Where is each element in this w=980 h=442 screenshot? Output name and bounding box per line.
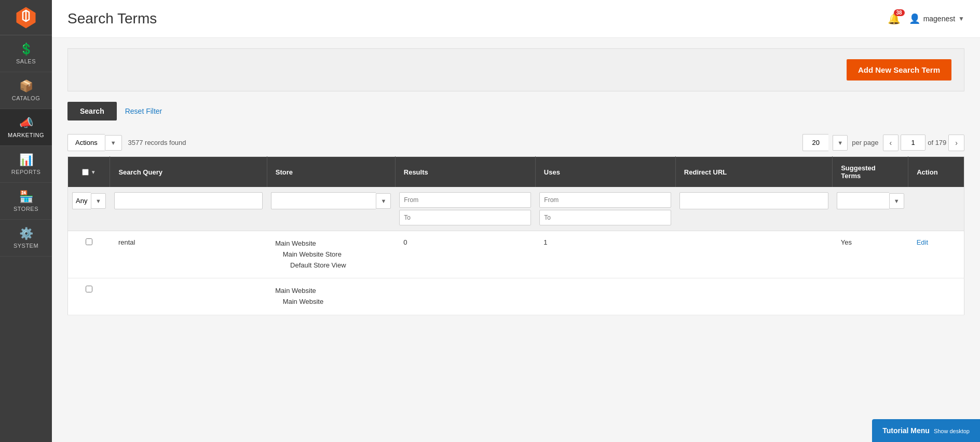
sidebar-item-system[interactable]: ⚙️ SYSTEM <box>0 220 52 257</box>
row1-search-query: rental <box>110 231 267 278</box>
sidebar-label-marketing: MARKETING <box>8 132 44 138</box>
actions-main-button[interactable]: Actions <box>67 134 105 151</box>
per-page-value[interactable]: 20 <box>802 134 828 151</box>
pagination: ‹ of 179 › <box>883 135 965 151</box>
page-of-label: of 179 <box>928 139 946 146</box>
row2-action <box>908 278 964 315</box>
per-page-select: 20 ▼ per page <box>802 134 878 151</box>
sidebar-logo <box>0 0 52 35</box>
col-header-suggested-terms: SuggestedTerms <box>833 157 908 187</box>
sidebar-label-reports: REPORTS <box>11 169 40 175</box>
row1-suggested-terms: Yes <box>833 231 908 278</box>
search-button[interactable]: Search <box>67 102 117 120</box>
sales-icon: 💲 <box>19 43 33 56</box>
row2-store: Main Website Main Website <box>267 278 395 315</box>
row1-store: Main Website Main Website Store Default … <box>267 231 395 278</box>
filter-cell-uses <box>535 187 675 231</box>
per-page-arrow[interactable]: ▼ <box>833 135 848 151</box>
filter-uses-to[interactable] <box>539 210 671 225</box>
sidebar: 💲 SALES 📦 CATALOG 📣 MARKETING 📊 REPORTS … <box>0 0 52 442</box>
filter-row: Any Yes No ▼ <box>68 187 964 231</box>
row2-checkbox[interactable] <box>86 286 92 292</box>
row2-uses <box>535 278 675 315</box>
filter-results-to[interactable] <box>399 210 531 225</box>
filter-store-arrow[interactable]: ▼ <box>376 193 391 209</box>
sidebar-item-sales[interactable]: 💲 SALES <box>0 35 52 72</box>
tutorial-menu-subtitle: Show desktop <box>934 428 970 434</box>
filter-suggested-terms-select[interactable]: Yes No <box>837 192 889 209</box>
sidebar-item-catalog[interactable]: 📦 CATALOG <box>0 72 52 109</box>
table-row: Main Website Main Website <box>68 278 964 315</box>
tutorial-menu-title: Tutorial Menu <box>882 426 930 435</box>
prev-page-button[interactable]: ‹ <box>883 135 899 151</box>
row1-checkbox[interactable] <box>86 238 92 245</box>
notification-badge: 38 <box>894 9 905 16</box>
page-number-input[interactable] <box>901 135 925 151</box>
col-header-redirect-url: Redirect URL <box>675 157 832 187</box>
filter-any-select[interactable]: Any Yes No <box>72 192 91 209</box>
row1-results: 0 <box>395 231 535 278</box>
filter-suggested-terms-arrow[interactable]: ▼ <box>889 193 904 209</box>
grid-left: Actions ▼ 3577 records found <box>67 134 186 151</box>
user-menu-button[interactable]: 👤 magenest ▼ <box>909 13 964 24</box>
filter-uses-from[interactable] <box>539 192 671 208</box>
content-area: Add New Search Term Search Reset Filter … <box>52 38 980 442</box>
page-title: Search Terms <box>67 10 157 27</box>
col-header-store: Store <box>267 157 395 187</box>
tutorial-menu[interactable]: Tutorial Menu Show desktop <box>872 419 980 442</box>
header-actions: 🔔 38 👤 magenest ▼ <box>888 12 964 25</box>
row1-checkbox-cell <box>68 231 110 278</box>
chevron-down-icon: ▼ <box>958 15 964 22</box>
reset-filter-link[interactable]: Reset Filter <box>125 107 162 115</box>
filter-cell-suggested-terms: Yes No ▼ <box>833 187 908 231</box>
sidebar-label-sales: SALES <box>16 58 36 64</box>
action-bar: Add New Search Term <box>67 48 964 91</box>
header-checkbox-arrow[interactable]: ▼ <box>91 169 96 175</box>
actions-dropdown-arrow[interactable]: ▼ <box>105 135 122 151</box>
marketing-icon: 📣 <box>19 116 33 130</box>
filter-cell-search-query <box>110 187 267 231</box>
col-header-search-query: Search Query <box>110 157 267 187</box>
system-icon: ⚙️ <box>19 227 33 240</box>
sidebar-item-marketing[interactable]: 📣 MARKETING <box>0 109 52 146</box>
filter-search-query-input[interactable] <box>114 192 263 209</box>
filter-redirect-url-input[interactable] <box>679 192 828 209</box>
main-content: Search Terms 🔔 38 👤 magenest ▼ Add New S… <box>52 0 980 442</box>
filter-any-arrow[interactable]: ▼ <box>91 193 106 209</box>
user-icon: 👤 <box>909 13 920 24</box>
col-header-uses: Uses <box>535 157 675 187</box>
actions-dropdown: Actions ▼ <box>67 134 122 151</box>
next-page-button[interactable]: › <box>948 135 964 151</box>
records-count: 3577 records found <box>128 139 186 146</box>
sidebar-item-reports[interactable]: 📊 REPORTS <box>0 146 52 183</box>
table-row: rental Main Website Main Website Store D… <box>68 231 964 278</box>
row2-results <box>395 278 535 315</box>
per-page-label: per page <box>852 139 878 146</box>
col-header-action: Action <box>908 157 964 187</box>
filter-results-from[interactable] <box>399 192 531 208</box>
row2-redirect-url <box>675 278 832 315</box>
filter-cell-checkbox: Any Yes No ▼ <box>68 187 110 231</box>
filter-store-select[interactable]: Main Website <box>271 192 376 209</box>
row2-suggested-terms <box>833 278 908 315</box>
select-all-checkbox[interactable] <box>82 169 89 176</box>
row2-checkbox-cell <box>68 278 110 315</box>
add-new-search-term-button[interactable]: Add New Search Term <box>847 59 951 81</box>
table-header-row: ▼ Search Query Store Results Uses <box>68 157 964 187</box>
notification-button[interactable]: 🔔 38 <box>888 12 901 25</box>
sidebar-label-system: SYSTEM <box>13 243 38 249</box>
filter-bar: Search Reset Filter <box>67 102 964 120</box>
grid-controls: Actions ▼ 3577 records found 20 ▼ per pa… <box>67 129 964 156</box>
sidebar-label-stores: STORES <box>13 206 38 212</box>
sidebar-item-stores[interactable]: 🏪 STORES <box>0 183 52 220</box>
grid-right: 20 ▼ per page ‹ of 179 › <box>802 134 964 151</box>
user-name: magenest <box>923 15 955 23</box>
row1-uses: 1 <box>535 231 675 278</box>
filter-cell-store: Main Website ▼ <box>267 187 395 231</box>
filter-cell-action <box>908 187 964 231</box>
filter-cell-results <box>395 187 535 231</box>
col-header-results: Results <box>395 157 535 187</box>
col-header-checkbox: ▼ <box>68 157 110 187</box>
filter-cell-redirect-url <box>675 187 832 231</box>
row1-edit-link[interactable]: Edit <box>917 238 928 246</box>
